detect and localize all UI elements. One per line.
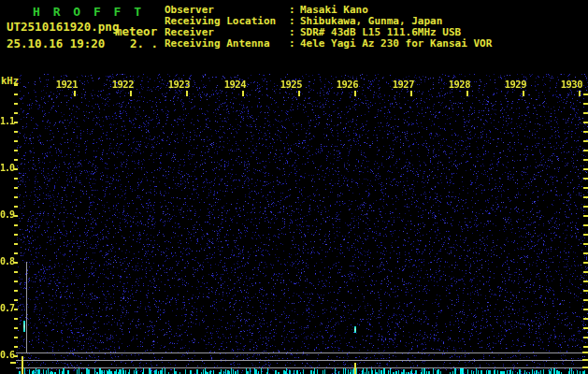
- freq-minor-tick-left: [14, 224, 18, 226]
- freq-minor-tick-right: [583, 150, 588, 151]
- field-separator: :: [289, 38, 300, 50]
- freq-minor-tick-left: [14, 168, 18, 170]
- freq-minor-tick-left: [14, 243, 18, 245]
- freq-minor-tick-right: [583, 309, 588, 310]
- freq-minor-tick-right: [583, 94, 588, 95]
- freq-minor-tick-left: [14, 196, 18, 198]
- time-tick-mark: [523, 91, 524, 96]
- freq-minor-tick-right: [583, 299, 588, 301]
- panel-grid-line: [16, 360, 588, 361]
- freq-minor-tick-right: [583, 215, 588, 217]
- freq-minor-tick-right: [583, 206, 588, 208]
- time-tick-label: 1922: [106, 79, 134, 90]
- meteor-echo-mark: [354, 326, 356, 333]
- time-tick-label: 1928: [442, 79, 470, 90]
- freq-minor-tick-left: [14, 355, 18, 357]
- freq-minor-tick-left: [14, 187, 18, 189]
- freq-minor-tick-left: [14, 103, 18, 105]
- time-tick-label: 1924: [218, 79, 246, 90]
- panel-grid-line: [16, 352, 588, 353]
- freq-minor-tick-left: [14, 327, 18, 329]
- freq-minor-tick-right: [583, 337, 588, 338]
- capture-datetime-suffix: 2. .: [130, 36, 158, 50]
- echo-count-spike: [354, 363, 356, 374]
- panel-right-tick: [582, 359, 588, 361]
- freq-minor-tick-right: [583, 234, 588, 236]
- freq-minor-tick-right: [583, 122, 588, 123]
- time-tick-mark: [410, 91, 412, 96]
- freq-minor-tick-left: [14, 206, 18, 208]
- freq-minor-tick-left: [14, 150, 18, 151]
- time-tick-label: 1921: [50, 79, 78, 90]
- freq-minor-tick-left: [14, 131, 18, 133]
- freq-minor-tick-right: [583, 290, 588, 292]
- freq-minor-tick-right: [583, 327, 588, 329]
- freq-minor-tick-right: [583, 262, 588, 264]
- time-tick-mark: [186, 91, 188, 96]
- time-tick-mark: [354, 91, 356, 96]
- field-value: 4ele Yagi Az 230 for Kansai VOR: [300, 37, 492, 50]
- time-tick-label: 1929: [498, 79, 526, 90]
- time-tick-label: 1930: [554, 79, 582, 90]
- panel-grid-line: [16, 367, 588, 368]
- capture-datetime: 25.10.16 19:20: [7, 36, 105, 50]
- freq-minor-tick-right: [583, 271, 588, 273]
- freq-minor-tick-left: [14, 84, 18, 86]
- freq-minor-tick-right: [583, 243, 588, 245]
- freq-minor-tick-right: [583, 318, 588, 320]
- freq-minor-tick-left: [14, 337, 18, 338]
- freq-minor-tick-left: [14, 252, 18, 254]
- freq-minor-tick-right: [583, 168, 588, 170]
- header-metadata: Observer:Masaki Kano Receiving Location:…: [165, 5, 492, 50]
- freq-minor-tick-right: [583, 252, 588, 254]
- field-label: Receiving Antenna: [165, 38, 289, 50]
- freq-minor-tick-right: [583, 140, 588, 142]
- freq-minor-tick-left: [14, 280, 18, 282]
- freq-minor-tick-right: [583, 280, 588, 282]
- freq-minor-tick-right: [583, 103, 588, 105]
- freq-minor-tick-right: [583, 187, 588, 189]
- time-tick-mark: [466, 91, 468, 96]
- capture-filename: UT2510161920.png: [7, 20, 119, 34]
- freq-minor-tick-left: [14, 290, 18, 292]
- freq-minor-tick-left: [14, 234, 18, 236]
- time-tick-mark: [298, 91, 300, 96]
- hrofft-screen: H R O F F T UT2510161920.png meteor 25.1…: [0, 0, 588, 374]
- freq-minor-tick-right: [583, 159, 588, 161]
- freq-minor-tick-right: [583, 112, 588, 114]
- freq-minor-tick-left: [14, 318, 18, 320]
- freq-minor-tick-left: [14, 140, 18, 142]
- time-tick-mark: [242, 91, 244, 96]
- freq-minor-tick-right: [583, 346, 588, 348]
- freq-minor-tick-right: [583, 178, 588, 180]
- panel-left-tick: [10, 362, 16, 364]
- time-tick-label: 1923: [162, 79, 190, 90]
- freq-minor-tick-left: [14, 271, 18, 273]
- freq-minor-tick-left: [14, 215, 18, 217]
- time-tick-mark: [74, 91, 76, 96]
- freq-minor-tick-left: [14, 178, 18, 180]
- time-tick-mark: [579, 91, 581, 96]
- app-title: H R O F F T: [33, 5, 144, 19]
- freq-minor-tick-left: [14, 112, 18, 114]
- meteor-echo-mark: [23, 321, 25, 332]
- freq-minor-tick-left: [14, 346, 18, 348]
- freq-minor-tick-left: [14, 94, 18, 95]
- freq-minor-tick-left: [14, 299, 18, 301]
- freq-minor-tick-left: [14, 159, 18, 161]
- freq-minor-tick-right: [583, 224, 588, 226]
- time-tick-label: 1927: [386, 79, 414, 90]
- freq-minor-tick-right: [583, 196, 588, 198]
- freq-minor-tick-left: [14, 122, 18, 123]
- time-tick-label: 1926: [330, 79, 358, 90]
- header-row-antenna: Receiving Antenna:4ele Yagi Az 230 for K…: [165, 38, 492, 50]
- echo-count-spike: [22, 356, 23, 374]
- spectrogram-canvas: [17, 74, 588, 374]
- freq-minor-tick-left: [14, 262, 18, 264]
- panel-right-tick: [582, 367, 588, 368]
- left-border-line: [26, 262, 27, 352]
- panel-right-tick: [582, 352, 588, 353]
- time-tick-label: 1925: [274, 79, 302, 90]
- time-tick-mark: [130, 91, 132, 96]
- freq-minor-tick-left: [14, 309, 18, 310]
